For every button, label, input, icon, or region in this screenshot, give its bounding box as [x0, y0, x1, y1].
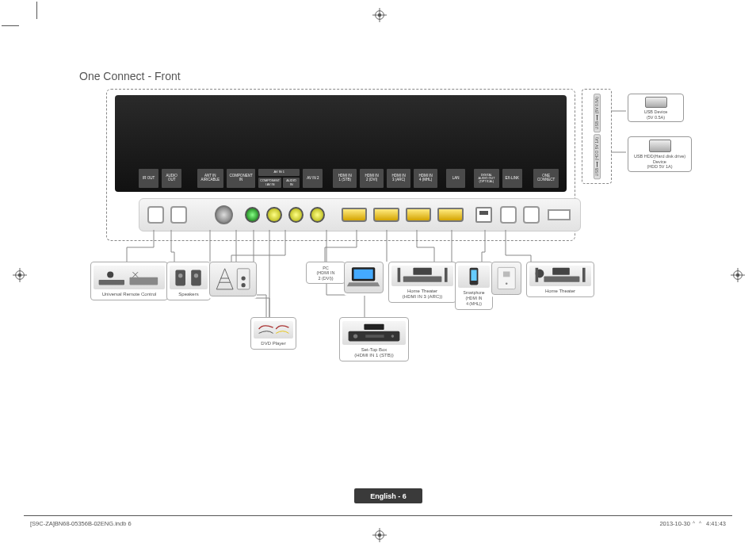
svg-rect-35: [471, 270, 476, 281]
smartphone-icon: [458, 266, 490, 288]
page-title: One Connect - Front: [79, 70, 181, 82]
device-laptop: [344, 262, 384, 296]
svg-point-25: [241, 283, 245, 287]
port-audio-out: [170, 206, 187, 224]
label-ant-in: ANT IN AIR/CABLE: [197, 169, 223, 188]
speakers-icon: [170, 266, 208, 289]
dvd-icon: [254, 321, 293, 339]
registration-mark-icon: [731, 268, 745, 282]
label-hdmi2: HDMI IN 2 (DVI): [360, 169, 384, 188]
port-hdmi1: [342, 208, 367, 222]
device-wall-outlet: [491, 262, 521, 297]
svg-point-24: [241, 277, 245, 281]
device-label: PC (HDMI IN 2 (DVI)): [309, 266, 342, 281]
crop-mark: [2, 25, 19, 26]
footer-timestamp: 2013-10-30 ᄉᄉ 4:41:43: [659, 520, 726, 527]
label-usb-hdd: USB ⟶ (HDD 5V 1A): [594, 134, 601, 179]
port-exlink: [523, 206, 540, 224]
device-label: Universal Remote Control: [102, 292, 157, 296]
svg-rect-29: [354, 270, 373, 279]
svg-point-46: [353, 334, 357, 338]
svg-rect-16: [98, 279, 124, 284]
diagram: IR OUT AUDIO OUT ANT IN AIR/CABLE COMPON…: [95, 89, 697, 366]
wall-plate-icon: [491, 262, 521, 295]
antenna-icon: [209, 262, 257, 296]
label-one-connect: ONE CONNECT: [533, 169, 559, 188]
label-hdmi3: HDMI IN 3 (ARC): [387, 169, 410, 188]
home-theater-icon: [529, 266, 591, 286]
crop-mark: [36, 2, 37, 19]
label-audio-in: AUDIO IN: [283, 178, 300, 188]
svg-rect-30: [398, 268, 401, 282]
device-label: Speakers: [178, 292, 198, 296]
registration-mark-icon: [372, 528, 387, 542]
svg-point-38: [506, 283, 508, 285]
usb-stick-icon: [645, 97, 667, 108]
label-usb-05a: USB ⟶ (5V 0.5A): [594, 94, 601, 132]
label-component-in: COMPONENT IN: [227, 169, 255, 188]
label-hdmi4: HDMI IN 4 (MHL): [414, 169, 437, 188]
device-pc: PC (HDMI IN 2 (DVI)): [306, 262, 346, 284]
page-number-bar: English - 6: [354, 488, 422, 503]
svg-point-3: [378, 13, 382, 17]
svg-point-18: [107, 271, 113, 277]
device-universal-remote: Universal Remote Control: [90, 262, 168, 300]
registration-mark-icon: [372, 8, 387, 22]
port-antenna: [215, 205, 233, 224]
port-optical: [500, 206, 517, 224]
device-usb-hdd-label: USB HDD(Hard disk drive) Device (HDD 5V …: [634, 154, 687, 169]
device-label: Home Theater (HDMI IN 3 (ARC)): [403, 289, 442, 299]
usb-hdd-icon: [649, 140, 671, 152]
label-lan: LAN: [446, 169, 464, 188]
port-one-connect: [548, 209, 571, 220]
port-av-yellow-1: [266, 207, 281, 223]
port-hdmi4: [437, 208, 463, 222]
home-theater-icon: [391, 266, 453, 286]
device-usb: USB Device (5V 0.5A): [628, 94, 684, 122]
device-stb: Set-Top Box (HDMI IN 1 (STB)): [339, 317, 409, 361]
label-audio-out: AUDIO OUT: [162, 169, 181, 188]
set-top-box-icon: [342, 321, 406, 345]
label-exlink: EX-LINK: [502, 169, 522, 188]
svg-rect-36: [498, 267, 515, 289]
svg-rect-41: [582, 268, 586, 282]
device-label: Set-Top Box (HDMI IN 1 (STB)): [354, 347, 393, 358]
device-home-theater-arc: Home Theater (HDMI IN 3 (ARC)): [388, 262, 456, 303]
label-ir-out: IR OUT: [139, 169, 158, 188]
label-avin1-group: AV IN 1: [258, 169, 300, 176]
svg-rect-17: [129, 277, 158, 285]
device-dvd: DVD Player: [250, 317, 296, 350]
registration-mark-icon: [13, 268, 27, 282]
label-hdmi1: HDMI IN 1 (STB): [333, 169, 357, 188]
device-antenna: [209, 262, 257, 299]
port-ir-out: [147, 206, 164, 224]
universal-remote-icon: [94, 266, 165, 289]
port-hdmi2: [373, 208, 399, 222]
svg-rect-40: [536, 268, 539, 282]
laptop-icon: [344, 262, 384, 293]
svg-point-22: [194, 274, 198, 277]
device-label: Smartphone (HDMI IN 4 (MHL)): [463, 290, 484, 306]
usb-side-ports: USB ⟶ (5V 0.5A) USB ⟶ (HDD 5V 1A): [582, 89, 612, 184]
svg-rect-48: [365, 335, 384, 338]
device-label: DVD Player: [261, 341, 285, 346]
svg-point-21: [178, 274, 182, 277]
svg-rect-44: [364, 323, 384, 329]
footer-divider: [24, 515, 732, 516]
device-speakers: Speakers: [166, 262, 211, 300]
device-smartphone: Smartphone (HDMI IN 4 (MHL)): [455, 262, 493, 310]
one-connect-panel: IR OUT AUDIO OUT ANT IN AIR/CABLE COMPON…: [115, 95, 567, 192]
footer-file-info: [S9C-ZA]BN68-05356B-02ENG.indb 6: [30, 520, 132, 527]
svg-rect-31: [445, 268, 448, 282]
svg-point-11: [736, 274, 740, 277]
port-component-green: [245, 207, 260, 223]
svg-point-7: [18, 274, 22, 277]
label-component-avin: COMPONENT / AV IN: [258, 178, 281, 188]
device-home-theater: Home Theater: [526, 262, 594, 297]
port-label-strip: IR OUT AUDIO OUT ANT IN AIR/CABLE COMPON…: [139, 169, 559, 188]
port-av-yellow-2: [288, 207, 304, 223]
svg-rect-42: [544, 277, 579, 282]
port-hdmi3: [406, 208, 431, 222]
svg-rect-43: [552, 268, 570, 275]
device-usb-label: USB Device (5V 0.5A): [644, 109, 668, 120]
